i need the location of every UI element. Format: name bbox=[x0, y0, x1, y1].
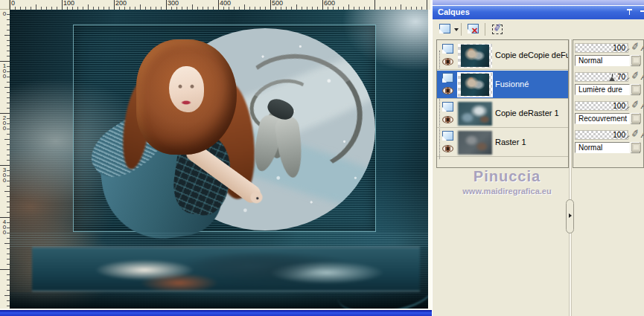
edit-selection-button[interactable]: ✐ bbox=[489, 22, 507, 37]
delete-layer-button[interactable]: ✕ bbox=[465, 22, 482, 37]
opacity-value: 70 bbox=[617, 74, 625, 81]
opacity-slider[interactable]: 70 bbox=[575, 72, 628, 82]
brush-icon[interactable]: ✐ bbox=[631, 129, 640, 140]
opacity-slider-handle[interactable] bbox=[609, 74, 616, 82]
opacity-value: 100 bbox=[613, 45, 625, 52]
hruler-label: 500 bbox=[272, 0, 283, 7]
workspace: 0100200300400500600 0100200300400 bbox=[0, 0, 432, 316]
hruler-label: 0 bbox=[11, 0, 15, 7]
layer-thumbnail[interactable] bbox=[458, 102, 492, 126]
layer-thumbnail-image bbox=[458, 102, 492, 126]
layer-thumbnail[interactable] bbox=[458, 44, 492, 68]
blend-mode-value: Recouvrement bbox=[578, 115, 627, 123]
layer-page-icon bbox=[442, 131, 453, 141]
vruler-label: 100 bbox=[0, 63, 9, 79]
layer-thumbnail-image bbox=[461, 45, 489, 67]
canvas-image[interactable] bbox=[10, 10, 428, 309]
mid-band bbox=[10, 233, 428, 247]
watermark: Pinuccia www.maidiregrafica.eu bbox=[446, 168, 568, 196]
blend-mode-value: Normal bbox=[578, 57, 602, 65]
hruler-label: 100 bbox=[63, 0, 74, 7]
layer-row[interactable]: Fusionné bbox=[437, 71, 568, 99]
opacity-slider[interactable]: 100 bbox=[575, 101, 628, 111]
lock-icon[interactable] bbox=[631, 114, 641, 123]
blend-mode-dropdown[interactable]: Normal bbox=[575, 142, 630, 153]
clipped-edge-letter: A bbox=[641, 130, 643, 139]
layer-name: Copie deRaster 1 bbox=[495, 109, 559, 117]
new-layer-icon bbox=[439, 24, 450, 33]
layer-controls: 100✐NormalA70✐Lumière dureA100✐Recouvrem… bbox=[573, 39, 644, 168]
horizontal-ruler: 0100200300400500600 bbox=[10, 0, 430, 10]
layers-palette: Calques ✕ ✐ Copie deCopie deFusionnéFusi… bbox=[432, 0, 644, 316]
blend-mode-value: Normal bbox=[578, 144, 602, 152]
lock-icon[interactable] bbox=[631, 143, 641, 152]
opacity-value: 100 bbox=[613, 103, 625, 110]
chevron-down-icon bbox=[454, 28, 459, 31]
visibility-eye-icon[interactable] bbox=[442, 58, 453, 65]
toolbar-separator bbox=[461, 23, 462, 36]
new-layer-button[interactable] bbox=[436, 22, 454, 37]
minimize-button[interactable] bbox=[640, 10, 644, 12]
clipped-edge-letter: A bbox=[641, 101, 643, 110]
watermark-url: www.maidiregrafica.eu bbox=[446, 187, 568, 196]
vruler-label: 0 bbox=[0, 11, 9, 16]
layer-page-icon bbox=[442, 102, 453, 112]
layer-name: Copie deCopie deFusionné bbox=[495, 51, 568, 59]
blend-mode-dropdown[interactable]: Recouvrement bbox=[575, 113, 630, 124]
opacity-slider[interactable]: 100 bbox=[575, 43, 628, 53]
vruler-label: 300 bbox=[0, 167, 9, 183]
vruler-label: 200 bbox=[0, 115, 9, 131]
blend-mode-dropdown[interactable]: Lumière dure bbox=[575, 84, 630, 95]
palette-divider bbox=[569, 39, 572, 316]
layer-thumbnail[interactable] bbox=[458, 73, 492, 97]
blend-mode-dropdown[interactable]: Normal bbox=[575, 55, 630, 66]
hruler-label: 200 bbox=[115, 0, 127, 7]
lock-icon[interactable] bbox=[631, 56, 641, 65]
visibility-eye-icon[interactable] bbox=[442, 145, 453, 152]
layer-thumbnail-image bbox=[461, 74, 489, 96]
splitter-handle[interactable] bbox=[566, 199, 574, 233]
layer-row[interactable]: Raster 1 bbox=[437, 129, 568, 157]
layer-control-group: 100✐NormalA bbox=[573, 129, 643, 157]
bellflower bbox=[218, 53, 367, 209]
ruler-corner bbox=[0, 0, 10, 10]
layer-row[interactable]: Copie deRaster 1 bbox=[437, 100, 568, 128]
hruler-label: 300 bbox=[168, 0, 179, 7]
pin-icon[interactable] bbox=[626, 9, 633, 16]
palette-titlebar[interactable]: Calques bbox=[433, 6, 644, 19]
layer-control-group: 70✐Lumière dureA bbox=[573, 71, 643, 99]
palette-title: Calques bbox=[438, 7, 470, 16]
brush-icon[interactable]: ✐ bbox=[631, 42, 640, 53]
layer-thumbnail[interactable] bbox=[458, 131, 492, 155]
vruler-label: 400 bbox=[0, 219, 9, 235]
lock-icon[interactable] bbox=[631, 85, 641, 94]
blend-mode-value: Lumière dure bbox=[578, 86, 622, 94]
delete-x-icon: ✕ bbox=[471, 27, 478, 35]
visibility-eye-icon[interactable] bbox=[442, 116, 453, 123]
layer-control-group: 100✐RecouvrementA bbox=[573, 100, 643, 128]
layer-name: Fusionné bbox=[495, 80, 529, 88]
layer-page-icon bbox=[442, 44, 453, 54]
brush-icon[interactable]: ✐ bbox=[631, 100, 640, 111]
palette-top-strip bbox=[433, 0, 644, 6]
opacity-value: 100 bbox=[613, 132, 625, 139]
layer-thumbnail-image bbox=[458, 131, 492, 155]
visibility-eye-icon[interactable] bbox=[442, 87, 453, 94]
bottom-blue-bar bbox=[0, 310, 432, 316]
layer-row[interactable]: Copie deCopie deFusionné bbox=[437, 42, 568, 70]
clipped-edge-letter: A bbox=[641, 43, 643, 52]
hruler-label: 600 bbox=[324, 0, 335, 7]
vertical-ruler: 0100200300400 bbox=[0, 10, 10, 309]
layer-control-group: 100✐NormalA bbox=[573, 42, 643, 70]
toolbar-separator bbox=[485, 23, 485, 36]
hruler-label: 400 bbox=[220, 0, 231, 7]
brush-icon[interactable]: ✐ bbox=[631, 71, 640, 82]
layer-name: Raster 1 bbox=[495, 138, 526, 146]
palette-toolbar: ✕ ✐ bbox=[433, 19, 644, 39]
opacity-slider[interactable]: 100 bbox=[575, 130, 628, 140]
layer-list: Copie deCopie deFusionnéFusionnéCopie de… bbox=[436, 39, 569, 168]
watermark-name: Pinuccia bbox=[446, 168, 568, 185]
clipped-edge-letter: A bbox=[641, 72, 643, 81]
app-window: 0100200300400500600 0100200300400 bbox=[0, 0, 644, 316]
layer-page-icon bbox=[442, 73, 453, 83]
